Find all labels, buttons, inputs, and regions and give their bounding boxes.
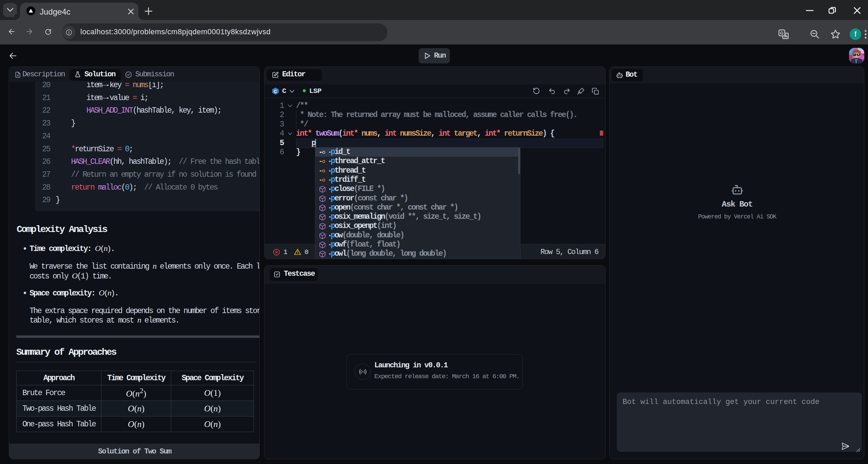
svg-text:G: G xyxy=(780,31,784,36)
svg-text:C: C xyxy=(274,89,277,94)
